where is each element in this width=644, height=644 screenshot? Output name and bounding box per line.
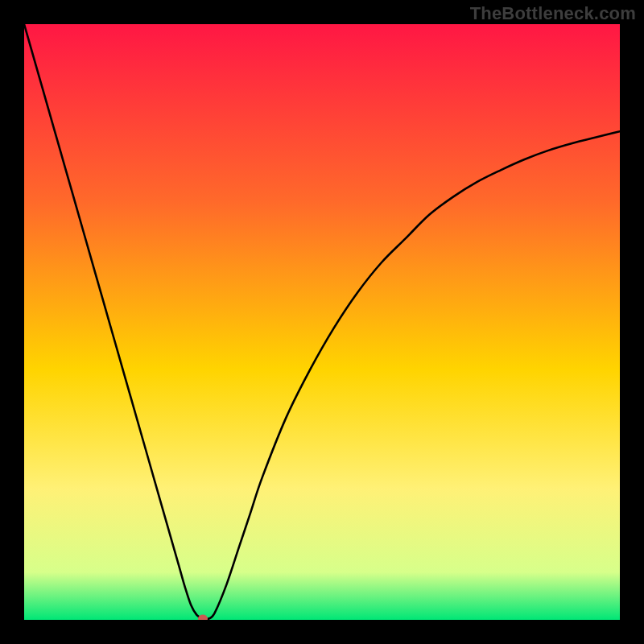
gradient-background (24, 24, 620, 620)
chart-frame: TheBottleneck.com (0, 0, 644, 644)
plot-area (24, 24, 620, 620)
plot-svg (24, 24, 620, 620)
watermark-text: TheBottleneck.com (470, 3, 636, 24)
